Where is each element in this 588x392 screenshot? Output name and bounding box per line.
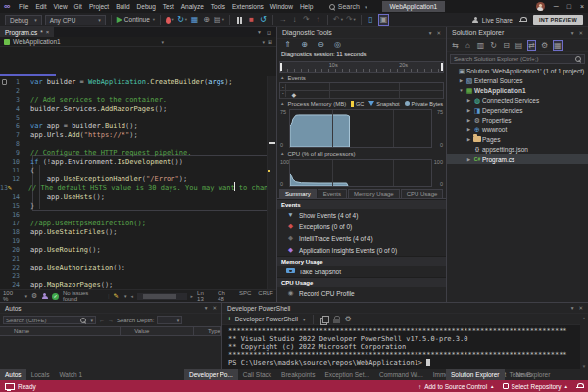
line-ending-indicator[interactable]: CRLF: [258, 290, 273, 302]
restart-app-icon[interactable]: ↻▾: [177, 14, 187, 25]
edit-mode-pencil-icon[interactable]: ✎: [113, 292, 118, 300]
int-preview-badge[interactable]: INT PREVIEW: [533, 15, 583, 24]
account-avatar[interactable]: [536, 2, 545, 11]
autos-search-box[interactable]: ▾: [3, 316, 96, 324]
cpu-section-header[interactable]: ▲ CPU (% of all processors): [277, 149, 446, 158]
tab-locals[interactable]: Locals: [26, 369, 55, 380]
menu-window[interactable]: Window: [267, 0, 296, 13]
diag-tab-memory-usage[interactable]: Memory Usage: [348, 189, 400, 198]
menu-extensions[interactable]: Extensions: [229, 0, 268, 13]
project-dropdown[interactable]: WebApplication1 ▾: [0, 37, 167, 46]
zoom-level-dropdown[interactable]: 100 %: [3, 290, 20, 302]
tab-solution-explorer[interactable]: Solution Explorer: [446, 369, 505, 380]
step-into-icon[interactable]: ↓: [290, 14, 299, 25]
tab-call-stack[interactable]: Call Stack: [238, 369, 276, 380]
tree-item-webapplication1[interactable]: ▼▦WebApplication1: [447, 85, 588, 95]
home-icon[interactable]: ⌂: [464, 40, 472, 51]
presence-icon[interactable]: [41, 293, 48, 300]
view-switch-icon[interactable]: ⇆: [451, 40, 460, 51]
menu-debug[interactable]: Debug: [133, 0, 159, 13]
expander-icon[interactable]: ▶: [466, 118, 472, 122]
window-position-chevron-icon[interactable]: ▾: [429, 30, 432, 36]
window-position-chevron-icon[interactable]: ▾: [571, 305, 574, 311]
menu-test[interactable]: Test: [159, 0, 177, 13]
scroll-left-icon[interactable]: ◂: [130, 293, 133, 299]
global-search[interactable]: Search ▾: [323, 2, 373, 11]
scroll-right-icon[interactable]: ▸: [191, 293, 194, 299]
diag-tab-summary[interactable]: Summary: [279, 189, 317, 198]
stop-icon[interactable]: ■: [247, 14, 256, 25]
refresh-icon[interactable]: ↻: [489, 40, 498, 51]
events-section-header[interactable]: ▲ Events: [277, 74, 446, 82]
zoom-in-icon[interactable]: ⊕: [300, 39, 309, 51]
memory-chart[interactable]: 75 0 75 0: [279, 108, 444, 149]
summary-item-take-snapshot[interactable]: Take Snapshot: [277, 266, 446, 277]
step-out-icon[interactable]: ↑: [314, 14, 322, 25]
expander-icon[interactable]: ▶: [466, 108, 472, 113]
summary-item-exceptions-0-of-0[interactable]: ◆Exceptions (0 of 0): [277, 220, 446, 232]
tab-developer-po[interactable]: Developer Po...: [184, 369, 238, 380]
menu-file[interactable]: File: [15, 0, 31, 13]
expander-icon[interactable]: ▶: [466, 127, 472, 132]
expander-icon[interactable]: ▶: [466, 137, 472, 142]
timeline-ruler[interactable]: 10s20s: [279, 61, 444, 73]
tree-item-connected-services[interactable]: ▶◍Connected Services: [447, 95, 588, 105]
tab-breakpoints[interactable]: Breakpoints: [276, 369, 319, 380]
ruler-handle-right[interactable]: [441, 63, 443, 71]
summary-item-application-insights-events-0-of-0[interactable]: ◆Application Insights Events (0 of 0): [277, 244, 446, 256]
visual-studio-logo-icon[interactable]: ∞: [4, 0, 10, 13]
tab-autos[interactable]: Autos: [0, 369, 26, 380]
reset-view-icon[interactable]: ◎: [333, 39, 342, 51]
search-depth-dropdown[interactable]: ▾: [157, 316, 182, 324]
cpu-chart[interactable]: 100 0 100 0: [279, 158, 444, 188]
autos-search-input[interactable]: [6, 318, 78, 323]
column-header-name[interactable]: Name: [0, 327, 121, 335]
continue-button[interactable]: ▶ Continue ▾: [117, 14, 155, 25]
file-nesting-icon[interactable]: ▤: [514, 40, 523, 51]
select-repository-button[interactable]: Select Repository ▲: [503, 383, 568, 390]
column-header-type[interactable]: Type: [194, 327, 221, 335]
tree-item-solution[interactable]: ▣Solution 'WebApplication1' (1 of 1 proj…: [447, 66, 588, 75]
document-list-chevron-icon[interactable]: ▼: [257, 29, 262, 35]
solution-name-badge[interactable]: WebApplication1: [382, 1, 446, 12]
solution-search-input[interactable]: [454, 56, 572, 62]
window-position-chevron-icon[interactable]: ▾: [205, 305, 208, 311]
menu-help[interactable]: Help: [296, 0, 316, 13]
tree-item-appsettings-json[interactable]: {}appsettings.json: [447, 144, 588, 154]
tree-item-pages[interactable]: ▶Pages: [447, 134, 588, 144]
back-arrow-icon[interactable]: ←: [99, 318, 105, 323]
code-editor[interactable]: 1var builder = WebApplication.CreateBuil…: [0, 76, 267, 289]
autos-grid-body[interactable]: [0, 336, 221, 360]
feedback-bell-icon[interactable]: [519, 16, 526, 24]
hot-reload-icon[interactable]: ▾: [166, 14, 174, 25]
show-all-files-icon[interactable]: ▦: [553, 40, 563, 51]
tab-program-cs[interactable]: Program.cs * ×: [0, 27, 54, 37]
solution-configuration-dropdown[interactable]: Debug ▾: [5, 15, 42, 25]
pending-changes-filter-icon[interactable]: ▥: [476, 40, 485, 51]
menu-tools[interactable]: Tools: [207, 0, 228, 13]
tree-item-wwwroot[interactable]: ▶⊕wwwroot: [447, 124, 588, 134]
window-layout-icon[interactable]: ▤▾: [214, 14, 224, 25]
expander-icon[interactable]: ▼: [458, 88, 465, 93]
zoom-out-icon[interactable]: ⊖: [317, 39, 325, 51]
editor-vertical-scrollbar[interactable]: [267, 76, 276, 289]
ruler-handle-left[interactable]: [280, 63, 282, 71]
undo-icon[interactable]: ↶▾: [333, 14, 343, 25]
issues-label[interactable]: No issues found: [63, 290, 104, 302]
pause-icon[interactable]: [235, 14, 244, 25]
forward-arrow-icon[interactable]: →: [108, 318, 114, 323]
summary-item-record-cpu-profile[interactable]: ◉Record CPU Profile: [277, 287, 446, 299]
column-header-value[interactable]: Value: [121, 327, 194, 335]
expander-icon[interactable]: ▶: [466, 98, 472, 103]
notifications-bell-icon[interactable]: [576, 382, 583, 390]
close-button[interactable]: ×: [580, 3, 584, 10]
properties-icon[interactable]: ⚙: [540, 40, 549, 51]
memory-section-header[interactable]: ▲ Process Memory (MB) GCSnapshotPrivate …: [277, 99, 446, 108]
tab-command-wi[interactable]: Command Wi...: [374, 369, 428, 380]
tab-watch-1[interactable]: Watch 1: [54, 369, 87, 380]
show-next-statement-icon[interactable]: →: [278, 14, 287, 25]
close-icon[interactable]: ✕: [578, 30, 583, 36]
close-icon[interactable]: ✕: [578, 305, 583, 311]
horizontal-scrollbar[interactable]: [137, 293, 187, 300]
live-share-button[interactable]: Live Share: [472, 17, 513, 24]
